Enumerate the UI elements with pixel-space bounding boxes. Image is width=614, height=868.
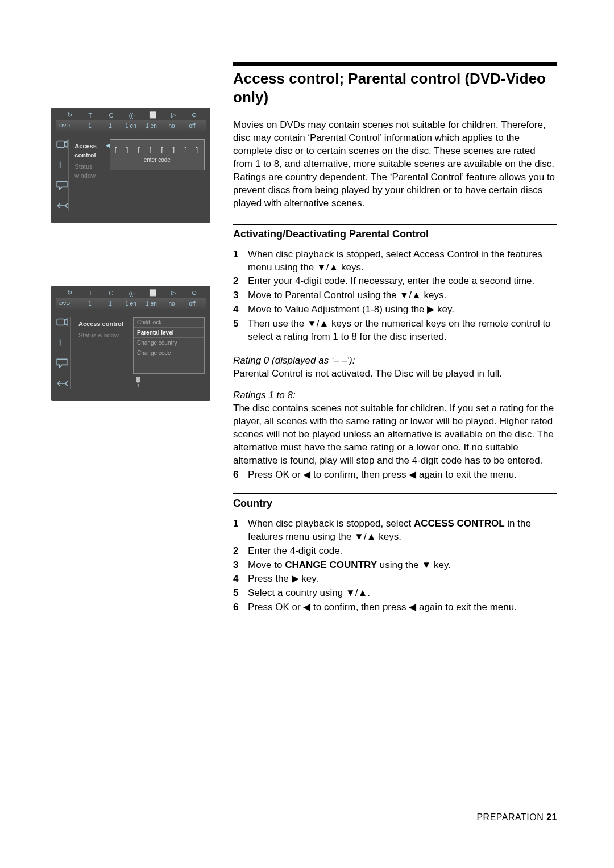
subtitle-icon bbox=[56, 180, 68, 190]
features-icon bbox=[56, 378, 68, 389]
info-val: 1 en bbox=[121, 301, 141, 307]
info-val: 1 bbox=[100, 123, 121, 129]
info-val: no bbox=[161, 301, 182, 307]
submenu-child-lock: Child lock bbox=[134, 318, 204, 328]
menu-item-status-window: Status window bbox=[74, 161, 107, 181]
step-text: Press the ▶ key. bbox=[248, 573, 557, 586]
info-val: 1 bbox=[80, 301, 100, 307]
step-text: Select a country using ▼/▲. bbox=[248, 587, 557, 600]
osd-tab: ▷ bbox=[163, 289, 184, 297]
steps-country: 1When disc playback is stopped, select A… bbox=[233, 518, 557, 615]
step-text: Move to Value Adjustment (1-8) using the… bbox=[248, 303, 557, 316]
caret-left-icon: ◀ bbox=[106, 142, 110, 148]
svg-rect-1 bbox=[57, 319, 64, 326]
osd-tab: C bbox=[101, 290, 122, 297]
rating1-note: Ratings 1 to 8: bbox=[233, 390, 557, 401]
page-footer: PREPARATION 21 bbox=[476, 812, 557, 823]
step-text: Enter the 4-digit code. bbox=[248, 545, 557, 558]
step-text: Enter your 4-digit code. If necessary, e… bbox=[248, 275, 557, 288]
osd-tab: ⬜ bbox=[142, 111, 163, 119]
rating0-note: Rating 0 (displayed as ‘– –’): bbox=[233, 355, 557, 366]
step-text: When disc playback is stopped, select AC… bbox=[248, 518, 557, 544]
info-val: off bbox=[182, 301, 202, 307]
submenu-parental-level: Parental level bbox=[134, 328, 204, 338]
info-val: 1 en bbox=[141, 123, 161, 129]
osd-tab: ↻ bbox=[59, 111, 80, 119]
menu-item-status-window: Status window bbox=[78, 329, 131, 341]
step-text: Press OK or ◀ to confirm, then press ◀ a… bbox=[248, 469, 557, 482]
osd-tab: ((· bbox=[122, 112, 143, 119]
menu-item-access-control: Access control bbox=[74, 140, 107, 161]
step-text: Move to Parental Control using the ▼/▲ k… bbox=[248, 289, 557, 302]
osd-side-icons bbox=[56, 139, 68, 211]
info-val: no bbox=[161, 123, 182, 129]
step-text: Then use the ▼/▲ keys or the numerical k… bbox=[248, 318, 557, 344]
info-val: 1 en bbox=[121, 123, 141, 129]
audio-icon bbox=[56, 337, 68, 348]
osd-tab: ((· bbox=[122, 290, 143, 297]
osd-feature-menu: Access control Status window bbox=[74, 139, 107, 211]
subtitle-icon bbox=[56, 358, 68, 368]
info-val: off bbox=[182, 123, 202, 129]
osd-tab: ↻ bbox=[59, 289, 80, 297]
info-val: 1 en bbox=[141, 301, 161, 307]
menu-item-access-control: Access control bbox=[78, 318, 131, 329]
subhead-activating: Activating/Deactivating Parental Control bbox=[233, 224, 557, 240]
audio-icon bbox=[56, 160, 68, 170]
rating1-text: The disc contains scenes not suitable fo… bbox=[233, 402, 557, 468]
disc-type-label: DVD bbox=[59, 123, 77, 128]
osd-side-icons bbox=[56, 317, 70, 389]
video-icon bbox=[56, 317, 68, 327]
slider-value-bottom: 1 bbox=[136, 383, 139, 389]
svg-rect-0 bbox=[57, 141, 64, 148]
osd-tab: ⊕ bbox=[184, 111, 205, 119]
section-title: Access control; Parental control (DVD-Vi… bbox=[233, 62, 557, 106]
osd-feature-menu: Access control Status window bbox=[78, 317, 131, 389]
osd-tab: C bbox=[101, 112, 122, 119]
osd-tab: ⬜ bbox=[142, 289, 163, 297]
osd-tab: T bbox=[80, 112, 101, 119]
submenu-change-country: Change country bbox=[134, 338, 204, 348]
info-val: 1 bbox=[80, 123, 100, 129]
footer-label: PREPARATION bbox=[476, 812, 544, 822]
rating-slider: 2 1 bbox=[135, 376, 141, 389]
rating0-text: Parental Control is not activated. The D… bbox=[233, 368, 557, 381]
intro-paragraph: Movies on DVDs may contain scenes not su… bbox=[233, 119, 557, 210]
step-text: Press OK or ◀ to confirm, then press ◀ a… bbox=[248, 601, 557, 614]
code-entry-box: ◀ [ ] [ ] [ ] [ ] enter code bbox=[110, 139, 205, 170]
access-control-submenu: Child lock Parental level Change country… bbox=[133, 317, 205, 374]
osd-figure-enter-code: ↻ T C ((· ⬜ ▷ ⊕ DVD 1 1 1 en 1 en no off bbox=[51, 108, 210, 223]
osd-infobar: DVD 1 1 1 en 1 en no off bbox=[56, 120, 206, 131]
disc-type-label: DVD bbox=[59, 301, 77, 306]
enter-code-label: enter code bbox=[114, 157, 201, 163]
osd-infobar: DVD 1 1 1 en 1 en no off bbox=[56, 298, 206, 309]
osd-figure-parental-level: ↻ T C ((· ⬜ ▷ ⊕ DVD 1 1 1 en 1 en no off bbox=[51, 286, 210, 401]
step-text: Move to CHANGE COUNTRY using the ▼ key. bbox=[248, 559, 557, 572]
code-placeholders: [ ] [ ] [ ] [ ] bbox=[114, 147, 201, 155]
osd-tab: T bbox=[80, 290, 101, 297]
osd-tab-row: ↻ T C ((· ⬜ ▷ ⊕ bbox=[51, 286, 210, 298]
osd-tab: ▷ bbox=[163, 111, 184, 119]
osd-tab-row: ↻ T C ((· ⬜ ▷ ⊕ bbox=[51, 108, 210, 120]
video-icon bbox=[56, 139, 68, 149]
features-icon bbox=[56, 201, 68, 211]
info-val: 1 bbox=[100, 301, 121, 307]
submenu-change-code: Change code bbox=[134, 348, 204, 358]
osd-tab: ⊕ bbox=[184, 289, 205, 297]
step-text: When disc playback is stopped, select Ac… bbox=[248, 248, 557, 274]
steps-activating: 1When disc playback is stopped, select A… bbox=[233, 248, 557, 344]
steps-activating-cont: 6Press OK or ◀ to confirm, then press ◀ … bbox=[233, 469, 557, 482]
subhead-country: Country bbox=[233, 493, 557, 510]
page-number: 21 bbox=[546, 812, 557, 822]
